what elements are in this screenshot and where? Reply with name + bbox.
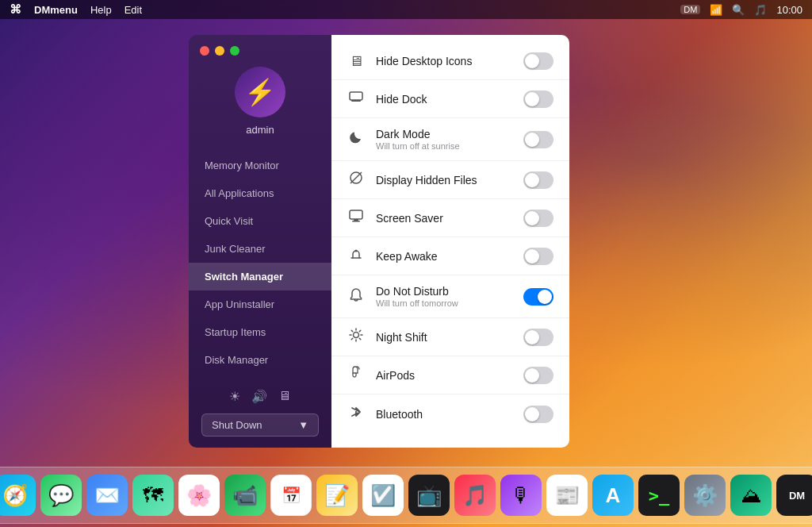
display-icon[interactable]: 🖥	[278, 389, 291, 404]
menubar: ⌘ DMmenu Help Edit DM 📶 🔍 🎵 10:00	[0, 0, 812, 19]
row-airpods: AirPods	[331, 356, 569, 394]
app-name[interactable]: DMmenu	[34, 4, 78, 16]
avatar-icon: ⚡	[244, 77, 276, 107]
dock-systemprefs[interactable]: ⚙️	[684, 475, 726, 516]
music-icon[interactable]: 🎵	[754, 4, 767, 16]
dock-activitymonitor[interactable]: ⛰	[730, 475, 772, 516]
window-controls	[200, 46, 239, 56]
help-menu[interactable]: Help	[90, 4, 112, 16]
display-hidden-files-icon	[347, 171, 365, 189]
username: admin	[246, 124, 274, 136]
hide-dock-toggle[interactable]	[523, 90, 553, 108]
dock-safari[interactable]: 🧭	[0, 475, 36, 516]
svg-line-16	[351, 338, 352, 339]
sidebar-item-switch-manager[interactable]: Switch Manager	[189, 263, 331, 290]
toggle-knob	[525, 92, 539, 106]
night-shift-label: Night Shift	[376, 331, 512, 344]
dock-mail[interactable]: ✉️	[86, 475, 128, 516]
bluetooth-icon	[347, 404, 365, 424]
dock-notes[interactable]: 📝	[316, 475, 358, 516]
dock-appstore[interactable]: A	[592, 475, 634, 516]
sidebar-item-startup-items[interactable]: Startup Items	[189, 318, 331, 346]
sidebar-nav: Memory Monitor All Applications Quick Vi…	[189, 152, 331, 374]
volume-icon[interactable]: 🔊	[251, 389, 267, 404]
do-not-disturb-sublabel: Will turn off tomorrow	[376, 298, 512, 308]
svg-rect-0	[350, 92, 362, 100]
dock-news[interactable]: 📰	[546, 475, 588, 516]
dock-messages[interactable]: 💬	[40, 475, 82, 516]
dock-reminders[interactable]: ☑️	[362, 475, 404, 516]
sidebar-item-all-applications[interactable]: All Applications	[189, 179, 331, 207]
maximize-button[interactable]	[230, 46, 239, 56]
sidebar-item-junk-cleaner[interactable]: Junk Cleaner	[189, 235, 331, 263]
clock-icon: 10:00	[776, 4, 802, 16]
dock-appletv[interactable]: 📺	[408, 475, 450, 516]
airpods-label: AirPods	[376, 369, 512, 382]
dock-calendar[interactable]: 📅	[270, 475, 312, 516]
night-shift-toggle[interactable]	[523, 329, 553, 346]
dark-mode-label: Dark Mode	[376, 128, 512, 140]
menubar-right: DM 📶 🔍 🎵 10:00	[680, 4, 802, 16]
shutdown-button[interactable]: Shut Down ▼	[201, 414, 319, 437]
sidebar-bottom-icons: ☀ 🔊 🖥	[201, 389, 319, 404]
close-button[interactable]	[200, 46, 209, 56]
dock-terminal[interactable]: >_	[638, 475, 680, 516]
dock-podcasts[interactable]: 🎙	[500, 475, 542, 516]
keep-awake-icon	[347, 247, 365, 265]
dock-facetime[interactable]: 📹	[224, 475, 266, 516]
do-not-disturb-label: Do Not Disturb	[376, 285, 512, 298]
hide-dock-label: Hide Dock	[376, 93, 512, 106]
svg-rect-6	[352, 221, 360, 222]
hide-dock-icon	[347, 90, 365, 108]
row-night-shift: Night Shift	[331, 318, 569, 356]
screen-saver-icon	[347, 209, 365, 227]
airpods-icon	[347, 366, 365, 384]
dock: 😊 ⠿ 🧭 💬 ✉️ 🗺 🌸 📹 📅 📝 ☑️ 📺 🎵 🎙 📰 A	[0, 467, 812, 524]
display-hidden-files-label: Display Hidden Files	[376, 174, 512, 187]
sidebar-item-quick-visit[interactable]: Quick Visit	[189, 207, 331, 235]
bluetooth-label: Bluetooth	[376, 408, 512, 421]
hide-desktop-icons-icon: 🖥	[347, 53, 365, 70]
screen-saver-toggle[interactable]	[523, 210, 553, 227]
toggle-knob	[525, 368, 539, 383]
shutdown-label: Shut Down	[212, 419, 262, 431]
row-do-not-disturb: Do Not Disturb Will turn off tomorrow	[331, 275, 569, 318]
toggle-knob	[525, 407, 539, 421]
svg-rect-5	[354, 219, 358, 221]
minimize-button[interactable]	[215, 46, 224, 56]
sidebar-item-app-uninstaller[interactable]: App Uninstaller	[189, 290, 331, 318]
dark-mode-icon	[347, 130, 365, 148]
dm-icon[interactable]: DM	[680, 5, 700, 14]
row-display-hidden-files: Display Hidden Files	[331, 161, 569, 199]
toggle-knob	[525, 173, 539, 187]
dock-maps[interactable]: 🗺	[132, 475, 174, 516]
main-panel: 🖥 Hide Desktop Icons Hide Dock	[331, 35, 569, 448]
hide-desktop-icons-label: Hide Desktop Icons	[376, 55, 512, 67]
dock-music[interactable]: 🎵	[454, 475, 496, 516]
dark-mode-toggle[interactable]	[523, 131, 553, 148]
wifi-icon[interactable]: 📶	[710, 4, 722, 16]
svg-rect-4	[350, 210, 362, 219]
dock-dmmenu[interactable]: DM	[776, 475, 812, 516]
sidebar-item-disk-manager[interactable]: Disk Manager	[189, 346, 331, 374]
row-bluetooth: Bluetooth	[331, 394, 569, 433]
keep-awake-toggle[interactable]	[523, 248, 553, 265]
sidebar-item-memory-monitor[interactable]: Memory Monitor	[189, 152, 331, 179]
bluetooth-toggle[interactable]	[523, 406, 553, 423]
do-not-disturb-toggle[interactable]	[523, 288, 553, 306]
airpods-toggle[interactable]	[523, 367, 553, 384]
row-screen-saver: Screen Saver	[331, 199, 569, 237]
dock-photos[interactable]: 🌸	[178, 475, 220, 516]
display-hidden-files-toggle[interactable]	[523, 171, 553, 189]
menubar-left: ⌘ DMmenu Help Edit	[10, 2, 142, 17]
hide-desktop-icons-toggle[interactable]	[523, 52, 553, 70]
night-shift-icon	[347, 328, 365, 346]
apple-menu[interactable]: ⌘	[10, 2, 21, 17]
brightness-icon[interactable]: ☀	[229, 389, 240, 404]
do-not-disturb-icon	[347, 287, 365, 306]
sidebar-bottom: ☀ 🔊 🖥 Shut Down ▼	[189, 378, 331, 448]
row-keep-awake: Keep Awake	[331, 237, 569, 275]
dark-mode-sublabel: Will turn off at sunrise	[376, 141, 512, 151]
search-icon[interactable]: 🔍	[732, 4, 745, 16]
edit-menu[interactable]: Edit	[124, 4, 142, 16]
